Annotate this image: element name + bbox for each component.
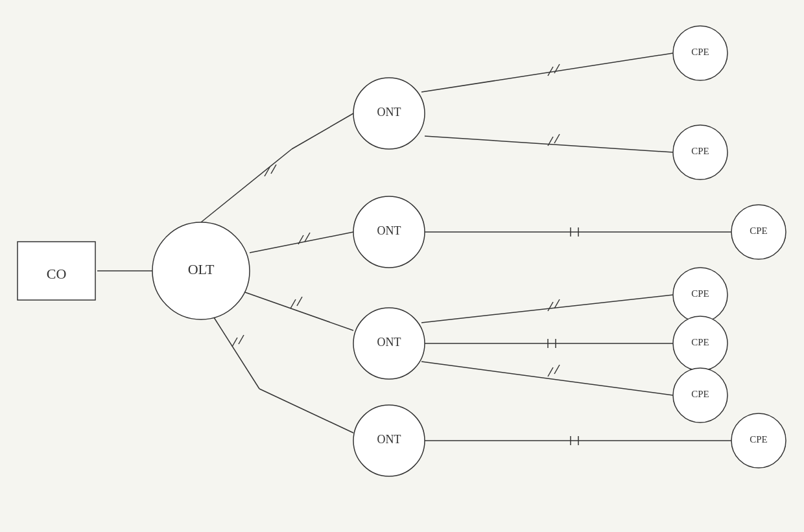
olt-label: OLT (188, 261, 215, 277)
co-label: CO (47, 266, 67, 282)
cpe4-label: CPE (691, 288, 709, 299)
ont2-label: ONT (377, 224, 401, 237)
cpe6-label: CPE (691, 389, 709, 399)
cpe5-label: CPE (691, 337, 709, 347)
ont3-label: ONT (377, 336, 401, 349)
cpe1-label: CPE (691, 47, 709, 57)
cpe7-label: CPE (750, 434, 768, 445)
ont1-label: ONT (377, 106, 401, 119)
ont4-label: ONT (377, 433, 401, 446)
cpe3-label: CPE (750, 226, 768, 236)
cpe2-label: CPE (691, 146, 709, 156)
